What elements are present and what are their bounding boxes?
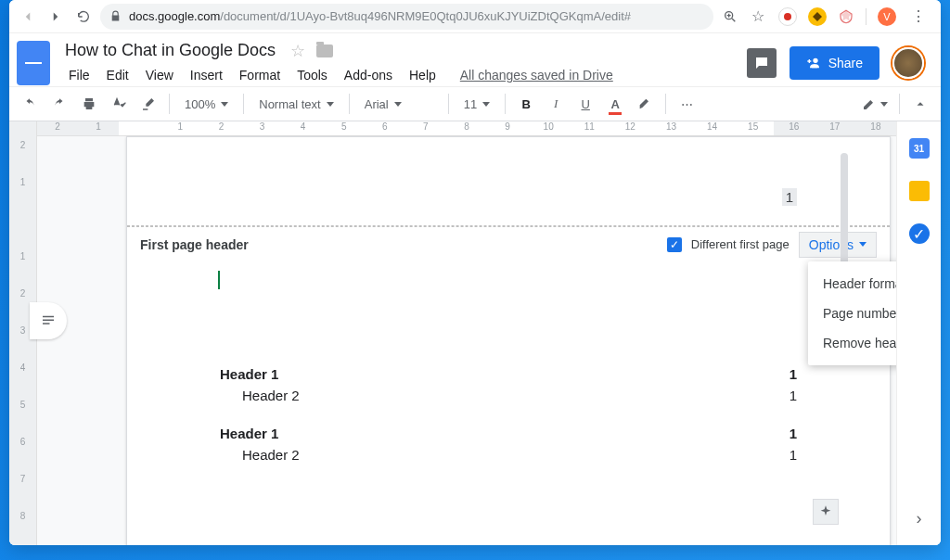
header-options-menu: Header format Page numbers Remove header	[808, 261, 896, 365]
url-path: /document/d/1UAyo-Bvt8uq496NRM9E0Qtq0JU6…	[220, 9, 631, 23]
undo-button[interactable]	[17, 91, 43, 117]
formatting-toolbar: 100% Normal text Arial 11 B I U A ⋯	[9, 86, 941, 121]
menu-addons[interactable]: Add-ons	[337, 64, 400, 86]
document-title[interactable]: How to Chat in Google Docs	[61, 39, 279, 62]
extension-divider	[866, 8, 867, 25]
url-host: docs.google.com	[129, 9, 220, 23]
style-select[interactable]: Normal text	[251, 91, 340, 117]
comments-button[interactable]	[747, 48, 777, 78]
document-body[interactable]: Header 11 Header 21 Header 11 Header 21	[127, 261, 890, 465]
menu-view[interactable]: View	[138, 64, 181, 86]
menu-insert[interactable]: Insert	[183, 64, 230, 86]
fontsize-select[interactable]: 11	[456, 91, 497, 117]
paint-format-button[interactable]	[135, 91, 161, 117]
star-icon[interactable]: ☆	[290, 41, 305, 61]
explore-button[interactable]	[813, 499, 839, 525]
different-first-page-label: Different first page	[691, 237, 790, 251]
text-cursor	[218, 271, 220, 289]
svg-point-2	[814, 58, 817, 62]
horizontal-ruler: 21 1 23 45 67 89 1011 1213 1415 1617 18	[37, 121, 896, 136]
calendar-icon[interactable]: 31	[909, 138, 930, 159]
browser-menu-icon[interactable]: ⋮	[907, 6, 930, 28]
document-page[interactable]: 1 First page header ✓ Different first pa…	[126, 136, 891, 545]
share-button[interactable]: Share	[790, 46, 879, 80]
more-tools-button[interactable]: ⋯	[674, 91, 700, 117]
header-label: First page header	[140, 237, 249, 252]
browser-forward-button[interactable]	[45, 6, 67, 28]
side-panel-expand-button[interactable]: ›	[917, 509, 922, 528]
menu-format[interactable]: Format	[232, 64, 288, 86]
menu-item-header-format[interactable]: Header format	[808, 269, 896, 299]
bookmark-star-icon[interactable]: ☆	[747, 6, 769, 28]
account-avatar[interactable]	[892, 47, 924, 79]
menu-help[interactable]: Help	[402, 64, 443, 86]
menu-edit[interactable]: Edit	[99, 64, 136, 86]
toc-row: Header 11	[220, 423, 797, 444]
google-docs-logo[interactable]	[17, 41, 50, 85]
keep-icon[interactable]	[909, 181, 930, 201]
zoom-icon[interactable]	[719, 6, 741, 28]
page-number: 1	[782, 188, 797, 206]
toc-row: Header 21	[220, 385, 797, 406]
ext-icon-2[interactable]	[808, 7, 827, 26]
menu-item-page-numbers[interactable]: Page numbers	[808, 299, 896, 328]
browser-back-button[interactable]	[17, 6, 39, 28]
different-first-page-checkbox[interactable]: ✓	[667, 237, 682, 252]
collapse-toolbar-button[interactable]	[907, 91, 933, 117]
tasks-icon[interactable]: ✓	[909, 223, 930, 244]
ext-icon-3[interactable]	[838, 8, 854, 25]
highlight-button[interactable]	[632, 91, 658, 117]
menu-file[interactable]: File	[61, 64, 97, 86]
menu-tools[interactable]: Tools	[289, 64, 335, 86]
menu-item-remove-header[interactable]: Remove header	[808, 328, 896, 358]
toc-row: Header 21	[220, 444, 797, 465]
save-status[interactable]: All changes saved in Drive	[460, 68, 613, 83]
redo-button[interactable]	[46, 91, 72, 117]
font-select[interactable]: Arial	[357, 91, 441, 117]
italic-button[interactable]: I	[543, 91, 569, 117]
address-bar[interactable]: docs.google.com/document/d/1UAyo-Bvt8uq4…	[100, 4, 713, 30]
editing-mode-button[interactable]	[858, 91, 892, 117]
text-color-button[interactable]: A	[602, 91, 628, 117]
toc-row: Header 11	[220, 363, 797, 385]
header-options-button[interactable]: Options	[799, 232, 877, 258]
print-button[interactable]	[76, 91, 102, 117]
header-region[interactable]	[127, 137, 890, 226]
spellcheck-button[interactable]	[106, 91, 132, 117]
browser-profile-avatar[interactable]: V	[878, 7, 896, 26]
browser-reload-button[interactable]	[72, 6, 95, 28]
bold-button[interactable]: B	[513, 91, 539, 117]
document-outline-button[interactable]	[30, 302, 67, 339]
zoom-select[interactable]: 100%	[177, 91, 236, 117]
lock-icon	[109, 10, 122, 22]
menu-bar: File Edit View Insert Format Tools Add-o…	[61, 64, 738, 86]
svg-point-1	[784, 13, 791, 20]
side-panel: 31 ✓ ›	[896, 121, 941, 545]
ext-icon-1[interactable]	[778, 7, 797, 26]
share-label: Share	[828, 56, 863, 70]
underline-button[interactable]: U	[572, 91, 598, 117]
move-folder-icon[interactable]	[316, 45, 333, 57]
